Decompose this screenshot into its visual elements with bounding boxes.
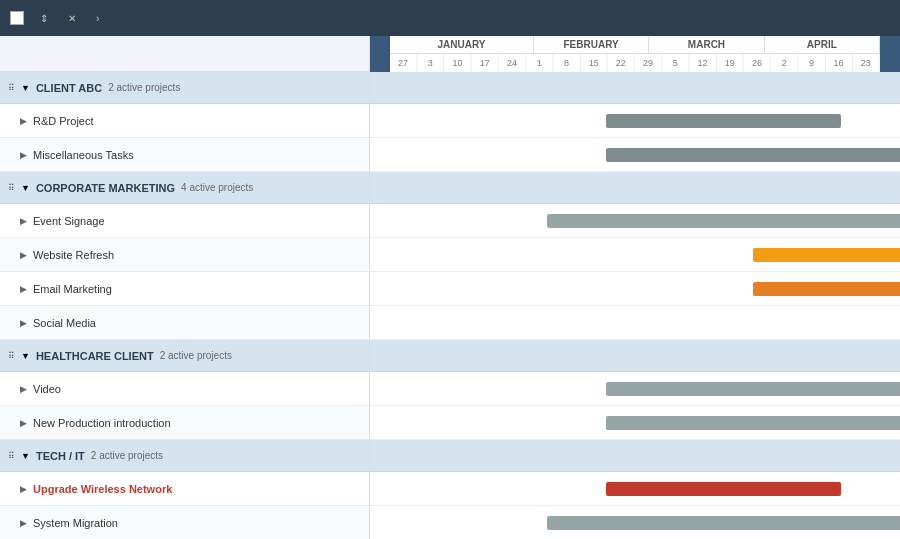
- group-count: 2 active projects: [108, 82, 180, 93]
- collapse-button[interactable]: ✕: [68, 13, 80, 24]
- task-gantt: [370, 204, 900, 238]
- gantt-body: [370, 72, 900, 539]
- group-count: 2 active projects: [91, 450, 163, 461]
- task-name: R&D Project: [33, 115, 94, 127]
- toolbar: ⇕ ✕ ›: [0, 0, 900, 36]
- task-row[interactable]: ▶ New Production introduction: [0, 406, 369, 440]
- task-gantt: [370, 506, 900, 539]
- date-cell: 9: [798, 54, 825, 72]
- task-expand-icon[interactable]: ▶: [20, 484, 27, 494]
- gantt-bar[interactable]: [606, 416, 900, 430]
- nav-left-button[interactable]: [370, 36, 390, 72]
- task-expand-icon[interactable]: ▶: [20, 384, 27, 394]
- group-row-0[interactable]: ⠿ ▼ CLIENT ABC 2 active projects: [0, 72, 369, 104]
- nav-right-button[interactable]: [880, 36, 900, 72]
- task-left: ▶ Miscellaneous Tasks: [0, 149, 370, 161]
- date-cell: 19: [717, 54, 744, 72]
- expand-icon[interactable]: ▼: [21, 83, 30, 93]
- select-all-checkbox[interactable]: [10, 11, 24, 25]
- task-row[interactable]: ▶ Upgrade Wireless Network: [0, 472, 369, 506]
- group-row-2[interactable]: ⠿ ▼ HEALTHCARE CLIENT 2 active projects: [0, 340, 369, 372]
- task-expand-icon[interactable]: ▶: [20, 150, 27, 160]
- task-left: ▶ System Migration: [0, 517, 370, 529]
- task-gantt: [370, 272, 900, 306]
- gantt-bar[interactable]: [606, 114, 842, 128]
- task-row[interactable]: ▶ Miscellaneous Tasks: [0, 138, 369, 172]
- group-left: ⠿ ▼ CORPORATE MARKETING 4 active project…: [0, 182, 370, 194]
- expand-icon[interactable]: ▼: [21, 351, 30, 361]
- date-cell: 23: [853, 54, 880, 72]
- date-cell: 5: [662, 54, 689, 72]
- group-name: CLIENT ABC: [36, 82, 102, 94]
- task-gantt: [370, 306, 900, 340]
- task-expand-icon[interactable]: ▶: [20, 250, 27, 260]
- date-cell: 16: [826, 54, 853, 72]
- task-row[interactable]: ▶ Video: [0, 372, 369, 406]
- task-row[interactable]: ▶ System Migration: [0, 506, 369, 539]
- task-row[interactable]: ▶ Email Marketing: [0, 272, 369, 306]
- task-name: New Production introduction: [33, 417, 171, 429]
- expand-button[interactable]: ⇕: [40, 13, 52, 24]
- task-gantt: [370, 372, 900, 406]
- task-expand-icon[interactable]: ▶: [20, 284, 27, 294]
- task-left: ▶ R&D Project: [0, 115, 370, 127]
- gantt-bar[interactable]: [606, 148, 900, 162]
- gantt-bar[interactable]: [606, 482, 842, 496]
- gantt-bar[interactable]: [753, 248, 900, 262]
- month-cell-january: JANUARY: [390, 36, 534, 53]
- task-row[interactable]: ▶ Event Signage: [0, 204, 369, 238]
- group-gantt-0: [370, 72, 900, 104]
- date-cell: 24: [499, 54, 526, 72]
- task-gantt: [370, 238, 900, 272]
- main-area: ⠿ ▼ CLIENT ABC 2 active projects ▶ R&D P…: [0, 36, 900, 539]
- month-cell-april: APRIL: [765, 36, 880, 53]
- app-container: ⇕ ✕ › ⠿ ▼: [0, 0, 900, 539]
- drag-handle-icon: ⠿: [8, 83, 15, 93]
- group-left: ⠿ ▼ HEALTHCARE CLIENT 2 active projects: [0, 350, 370, 362]
- date-cell: 1: [526, 54, 553, 72]
- task-name: Upgrade Wireless Network: [33, 483, 172, 495]
- task-expand-icon[interactable]: ▶: [20, 518, 27, 528]
- left-panel: ⠿ ▼ CLIENT ABC 2 active projects ▶ R&D P…: [0, 36, 370, 539]
- date-cell: 8: [553, 54, 580, 72]
- date-cell: 29: [635, 54, 662, 72]
- drag-handle-icon: ⠿: [8, 183, 15, 193]
- date-cell: 2: [771, 54, 798, 72]
- date-cell: 27: [390, 54, 417, 72]
- task-left: ▶ Social Media: [0, 317, 370, 329]
- task-name: Event Signage: [33, 215, 105, 227]
- task-row[interactable]: ▶ R&D Project: [0, 104, 369, 138]
- task-left: ▶ Email Marketing: [0, 283, 370, 295]
- group-row-1[interactable]: ⠿ ▼ CORPORATE MARKETING 4 active project…: [0, 172, 369, 204]
- group-left: ⠿ ▼ CLIENT ABC 2 active projects: [0, 82, 370, 94]
- expand-icon[interactable]: ▼: [21, 451, 30, 461]
- task-expand-icon[interactable]: ▶: [20, 318, 27, 328]
- task-expand-icon[interactable]: ▶: [20, 216, 27, 226]
- date-cell: 22: [608, 54, 635, 72]
- gantt-bar[interactable]: [753, 282, 900, 296]
- date-cell: 26: [744, 54, 771, 72]
- task-row[interactable]: ▶ Social Media: [0, 306, 369, 340]
- task-row[interactable]: ▶ Website Refresh: [0, 238, 369, 272]
- gantt-bar[interactable]: [547, 516, 900, 530]
- task-expand-icon[interactable]: ▶: [20, 418, 27, 428]
- expand-icon[interactable]: ▼: [21, 183, 30, 193]
- gantt-bar[interactable]: [606, 382, 900, 396]
- task-gantt: [370, 104, 900, 138]
- month-cell-march: MARCH: [649, 36, 764, 53]
- projects-button[interactable]: ›: [96, 13, 103, 24]
- group-gantt-3: [370, 440, 900, 472]
- gantt-bar[interactable]: [547, 214, 900, 228]
- task-name: Social Media: [33, 317, 96, 329]
- task-gantt: [370, 472, 900, 506]
- task-name: Miscellaneous Tasks: [33, 149, 134, 161]
- left-content: ⠿ ▼ CLIENT ABC 2 active projects ▶ R&D P…: [0, 72, 369, 539]
- task-name: Video: [33, 383, 61, 395]
- task-left: ▶ Website Refresh: [0, 249, 370, 261]
- group-name: CORPORATE MARKETING: [36, 182, 175, 194]
- task-expand-icon[interactable]: ▶: [20, 116, 27, 126]
- task-left: ▶ Event Signage: [0, 215, 370, 227]
- group-row-3[interactable]: ⠿ ▼ TECH / IT 2 active projects: [0, 440, 369, 472]
- task-left: ▶ Video: [0, 383, 370, 395]
- group-left: ⠿ ▼ TECH / IT 2 active projects: [0, 450, 370, 462]
